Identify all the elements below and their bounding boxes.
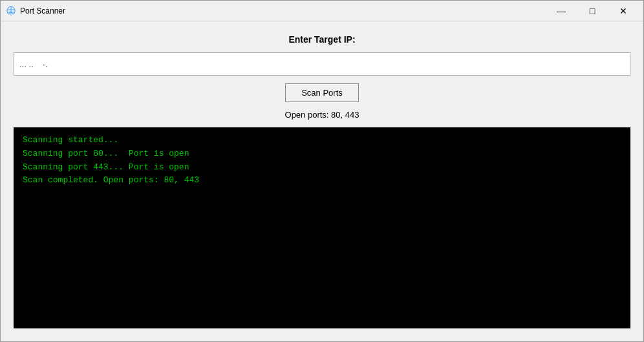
window-controls: — □ ✕ bbox=[546, 1, 638, 21]
ip-input[interactable] bbox=[14, 52, 630, 76]
ip-label: Enter Target IP: bbox=[14, 34, 630, 45]
window-title: Port Scanner bbox=[20, 6, 546, 16]
scan-ports-button[interactable]: Scan Ports bbox=[285, 83, 359, 102]
minimize-button[interactable]: — bbox=[546, 1, 576, 21]
scan-button-row: Scan Ports bbox=[14, 83, 630, 102]
app-icon bbox=[6, 6, 16, 16]
main-content: Enter Target IP: Scan Ports Open ports: … bbox=[1, 21, 643, 341]
open-ports-result: Open ports: 80, 443 bbox=[14, 110, 630, 120]
console-output: Scanning started... Scanning port 80... … bbox=[14, 127, 630, 328]
app-window: Port Scanner — □ ✕ Enter Target IP: Scan… bbox=[0, 0, 644, 342]
title-bar: Port Scanner — □ ✕ bbox=[1, 1, 643, 21]
close-button[interactable]: ✕ bbox=[608, 1, 638, 21]
maximize-button[interactable]: □ bbox=[577, 1, 607, 21]
